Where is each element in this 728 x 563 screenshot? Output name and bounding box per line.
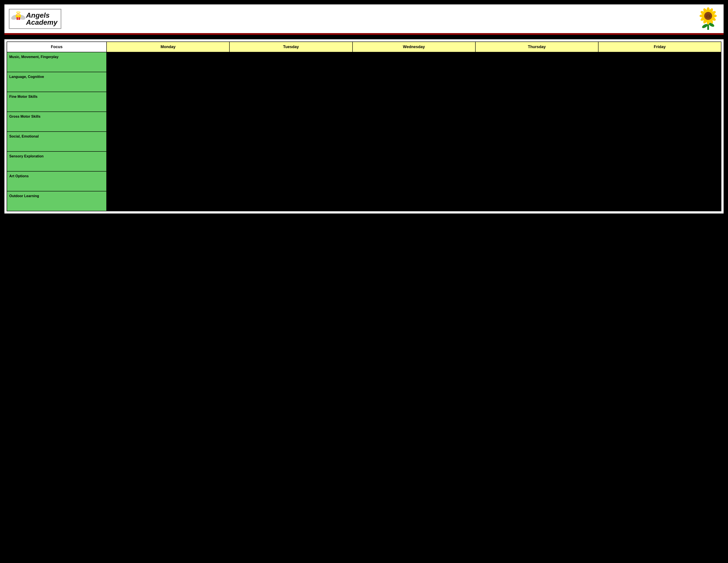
col-header-monday: Monday xyxy=(107,42,229,52)
logo-wrapper: Angels Academy xyxy=(9,9,61,29)
header: Angels Academy xyxy=(4,4,724,35)
data-cell-art-tue xyxy=(229,171,352,191)
table-row-sensory: Sensory Exploration xyxy=(7,151,721,171)
data-cell-language-tue xyxy=(229,72,352,92)
focus-cell-music: Music, Movement, Fingerplay xyxy=(7,52,107,72)
data-cell-art-mon xyxy=(107,171,229,191)
svg-point-24 xyxy=(708,14,709,15)
table-row-art: Art Options xyxy=(7,171,721,191)
data-cell-language-fri xyxy=(598,72,721,92)
svg-point-27 xyxy=(707,15,708,16)
focus-cell-social: Social, Emotional xyxy=(7,132,107,151)
data-cell-outdoor-thu xyxy=(475,191,598,211)
focus-cell-art: Art Options xyxy=(7,171,107,191)
table-row-social: Social, Emotional xyxy=(7,132,721,151)
data-cell-outdoor-fri xyxy=(598,191,721,211)
svg-point-6 xyxy=(17,12,20,13)
sunflower-container xyxy=(697,7,719,31)
data-cell-sensory-thu xyxy=(475,151,598,171)
logo-text-block: Angels Academy xyxy=(26,12,57,26)
svg-point-28 xyxy=(709,15,709,16)
data-cell-gross-motor-wed xyxy=(353,112,475,132)
data-cell-music-mon xyxy=(107,52,229,72)
data-cell-social-wed xyxy=(353,132,475,151)
table-row-language: Language, Cognitive xyxy=(7,72,721,92)
header-row: Focus Monday Tuesday Wednesday Thursday … xyxy=(7,42,721,52)
data-cell-language-mon xyxy=(107,72,229,92)
data-cell-sensory-fri xyxy=(598,151,721,171)
col-header-friday: Friday xyxy=(598,42,721,52)
data-cell-language-thu xyxy=(475,72,598,92)
svg-point-29 xyxy=(709,16,710,17)
col-header-wednesday: Wednesday xyxy=(353,42,475,52)
logo-line1: Angels xyxy=(26,12,57,19)
svg-point-8 xyxy=(701,23,708,29)
svg-point-25 xyxy=(709,15,710,15)
data-cell-gross-motor-fri xyxy=(598,112,721,132)
sunflower-icon xyxy=(697,7,719,31)
schedule-table: Focus Monday Tuesday Wednesday Thursday … xyxy=(7,41,721,211)
focus-cell-outdoor: Outdoor Learning xyxy=(7,191,107,211)
col-header-tuesday: Tuesday xyxy=(229,42,352,52)
data-cell-outdoor-wed xyxy=(353,191,475,211)
focus-cell-language: Language, Cognitive xyxy=(7,72,107,92)
col-header-thursday: Thursday xyxy=(475,42,598,52)
logo-line2: Academy xyxy=(26,19,57,26)
data-cell-gross-motor-tue xyxy=(229,112,352,132)
data-cell-social-fri xyxy=(598,132,721,151)
col-header-focus: Focus xyxy=(7,42,107,52)
data-cell-sensory-wed xyxy=(353,151,475,171)
table-row-fine-motor: Fine Motor Skills xyxy=(7,92,721,112)
table-row-outdoor: Outdoor Learning xyxy=(7,191,721,211)
data-cell-sensory-tue xyxy=(229,151,352,171)
data-cell-outdoor-mon xyxy=(107,191,229,211)
data-cell-outdoor-tue xyxy=(229,191,352,211)
data-cell-social-thu xyxy=(475,132,598,151)
data-cell-music-tue xyxy=(229,52,352,72)
svg-point-32 xyxy=(709,17,710,18)
data-cell-fine-motor-mon xyxy=(107,92,229,112)
data-cell-gross-motor-mon xyxy=(107,112,229,132)
table-container: Focus Monday Tuesday Wednesday Thursday … xyxy=(4,39,724,213)
data-cell-music-thu xyxy=(475,52,598,72)
logo-icon xyxy=(11,11,26,27)
focus-cell-gross-motor: Gross Motor Skills xyxy=(7,112,107,132)
svg-point-30 xyxy=(706,17,707,18)
data-cell-fine-motor-wed xyxy=(353,92,475,112)
data-cell-music-fri xyxy=(598,52,721,72)
data-cell-fine-motor-tue xyxy=(229,92,352,112)
data-cell-gross-motor-thu xyxy=(475,112,598,132)
table-row-music: Music, Movement, Fingerplay xyxy=(7,52,721,72)
table-row-gross-motor: Gross Motor Skills xyxy=(7,112,721,132)
svg-point-31 xyxy=(708,17,709,18)
page-wrapper: Angels Academy xyxy=(0,0,728,563)
focus-cell-sensory: Sensory Exploration xyxy=(7,151,107,171)
data-cell-social-mon xyxy=(107,132,229,151)
svg-point-26 xyxy=(706,16,707,17)
data-cell-social-tue xyxy=(229,132,352,151)
data-cell-art-wed xyxy=(353,171,475,191)
data-cell-fine-motor-thu xyxy=(475,92,598,112)
svg-point-23 xyxy=(706,15,707,15)
data-cell-art-thu xyxy=(475,171,598,191)
focus-cell-fine-motor: Fine Motor Skills xyxy=(7,92,107,112)
data-cell-music-wed xyxy=(353,52,475,72)
data-cell-sensory-mon xyxy=(107,151,229,171)
data-cell-fine-motor-fri xyxy=(598,92,721,112)
data-cell-art-fri xyxy=(598,171,721,191)
data-cell-language-wed xyxy=(353,72,475,92)
